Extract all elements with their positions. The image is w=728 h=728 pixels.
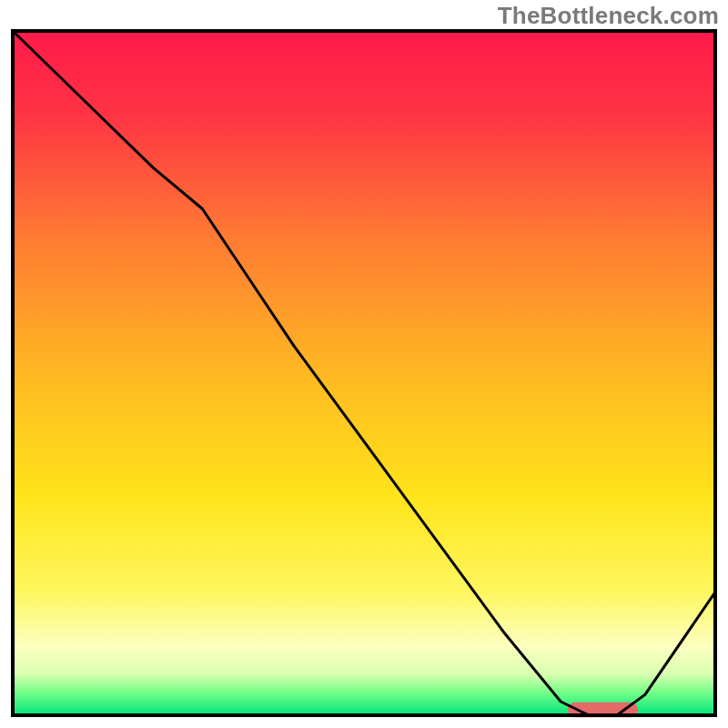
chart-root: TheBottleneck.com xyxy=(0,0,728,728)
chart-svg xyxy=(0,0,728,728)
watermark-text: TheBottleneck.com xyxy=(498,2,719,30)
